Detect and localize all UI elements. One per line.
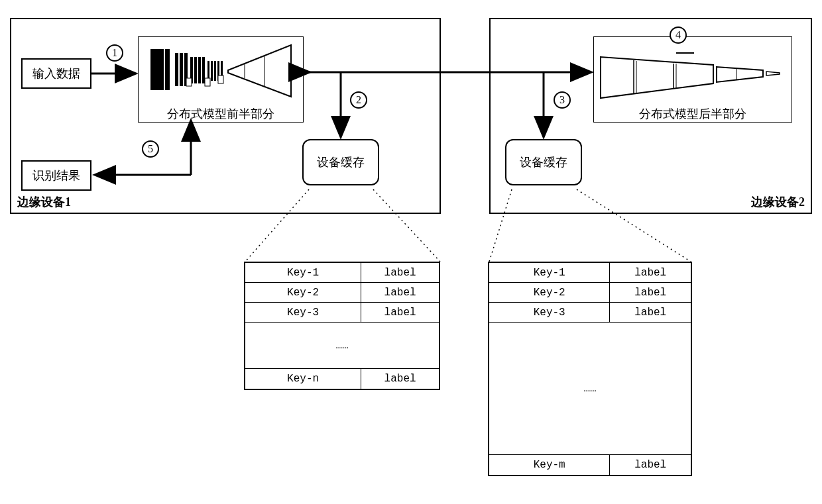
svg-rect-18 [205,78,210,86]
table-cell-val: label [361,303,439,322]
input-data-label: 输入数据 [32,66,80,81]
cache2-box: 设备缓存 [505,139,582,185]
svg-marker-27 [766,72,780,76]
result-label: 识别结果 [32,168,80,183]
table-cell-key: Key-2 [489,283,610,302]
svg-marker-25 [717,67,763,82]
svg-rect-8 [202,57,205,83]
cache1-table: Key-1 label Key-2 label Key-3 label …… K… [244,262,440,390]
cache2-table: Key-1 label Key-2 label Key-3 label …… K… [488,262,692,476]
step-4: 4 [670,26,687,44]
cache1-box: 设备缓存 [302,139,379,185]
table-filler-row: …… [245,323,439,369]
model-front-caption: 分布式模型前半部分 [151,106,290,122]
table-row: Key-2 label [489,283,691,303]
step-3: 3 [554,91,571,109]
table-row: Key-2 label [245,283,439,303]
table-cell-key: Key-1 [245,263,361,282]
input-data-box: 输入数据 [21,58,91,89]
table-cell-val: label [610,263,691,282]
cache2-label: 设备缓存 [520,154,567,170]
table-cell-key: Key-1 [489,263,610,282]
table-cell-key: Key-m [489,455,610,475]
svg-rect-2 [175,53,178,86]
step-1: 1 [106,44,123,62]
table-filler-row: …… [489,323,691,455]
svg-rect-0 [150,49,164,90]
table-row: Key-3 label [245,303,439,323]
result-box: 识别结果 [21,160,91,191]
table-cell-val: label [610,303,691,322]
device1-label: 边缘设备1 [17,194,71,210]
table-cell-key: Key-2 [245,283,361,302]
step-2: 2 [350,91,367,109]
table-row: Key-1 label [489,263,691,283]
svg-rect-7 [198,57,201,83]
svg-rect-1 [165,49,170,90]
table-cell-val: label [610,283,691,302]
model-front-icon [139,37,304,110]
table-row: Key-3 label [489,303,691,323]
table-cell-key: Key-3 [489,303,610,322]
table-row: Key-1 label [245,263,439,283]
table-cell-key: Key-n [245,369,361,389]
svg-rect-17 [186,78,192,86]
table-cell-val: label [361,283,439,302]
svg-marker-14 [228,45,291,97]
model-back-icon [594,37,793,110]
svg-rect-6 [194,57,197,83]
svg-marker-20 [601,57,713,98]
svg-rect-10 [211,61,213,81]
table-row: Key-n label [245,369,439,389]
table-cell-val: label [361,263,439,282]
table-cell-val: label [610,455,691,475]
model-back-caption: 分布式模型后半部分 [610,106,776,122]
table-cell-val: label [361,369,439,389]
device2-label: 边缘设备2 [751,194,805,210]
table-row: Key-m label [489,455,691,475]
svg-rect-19 [218,76,223,83]
svg-rect-3 [180,53,183,86]
svg-rect-11 [214,61,216,81]
table-cell-key: Key-3 [245,303,361,322]
cache1-label: 设备缓存 [317,154,365,170]
step-5: 5 [142,140,159,158]
